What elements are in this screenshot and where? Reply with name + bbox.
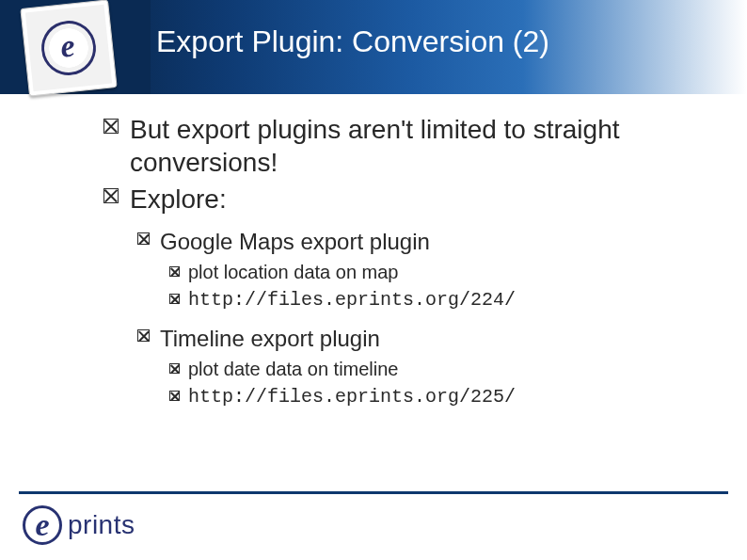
sublist: plot location data on map http://files.e… — [169, 260, 706, 312]
bullet-text: Google Maps export plugin — [160, 227, 430, 256]
checkbox-x-icon — [103, 183, 130, 207]
eprints-logo-icon: e — [20, 0, 117, 97]
slide-title: Export Plugin: Conversion (2) — [156, 24, 549, 59]
bullet-level3: plot location data on map — [169, 260, 706, 285]
bullet-level3: plot date data on timeline — [169, 357, 706, 382]
bullet-level1: But export plugins aren't limited to str… — [103, 113, 706, 179]
bullet-text: But export plugins aren't limited to str… — [130, 113, 706, 179]
bullet-text: plot location data on map — [188, 260, 399, 285]
checkbox-x-icon — [103, 113, 130, 137]
slide-header: e Export Plugin: Conversion (2) — [0, 0, 747, 94]
checkbox-x-icon — [137, 227, 160, 248]
checkbox-x-icon — [169, 384, 188, 405]
bullet-level3: http://files.eprints.org/224/ — [169, 287, 706, 312]
slide-content: But export plugins aren't limited to str… — [103, 113, 706, 421]
sublist: Google Maps export plugin plot location … — [137, 227, 706, 409]
footer-logo-e: e — [23, 505, 62, 545]
footer-logo-icon: e prints — [23, 505, 135, 545]
bullet-url: http://files.eprints.org/224/ — [188, 287, 516, 312]
bullet-text: Explore: — [130, 183, 227, 216]
footer-logo-text: prints — [68, 510, 135, 540]
checkbox-x-icon — [169, 357, 188, 377]
checkbox-x-icon — [169, 260, 188, 280]
footer-divider — [19, 491, 728, 494]
bullet-level2: Google Maps export plugin — [137, 227, 706, 256]
bullet-url: http://files.eprints.org/225/ — [188, 384, 516, 409]
logo-e-icon: e — [39, 18, 99, 78]
checkbox-x-icon — [169, 287, 188, 308]
bullet-level2: Timeline export plugin — [137, 324, 706, 353]
bullet-text: plot date data on timeline — [188, 357, 399, 382]
bullet-text: Timeline export plugin — [160, 324, 380, 353]
slide: e Export Plugin: Conversion (2) But expo… — [0, 0, 747, 560]
bullet-level3: http://files.eprints.org/225/ — [169, 384, 706, 409]
bullet-level1: Explore: — [103, 183, 706, 216]
checkbox-x-icon — [137, 324, 160, 345]
sublist: plot date data on timeline http://files.… — [169, 357, 706, 409]
logo-e-letter: e — [58, 27, 76, 64]
